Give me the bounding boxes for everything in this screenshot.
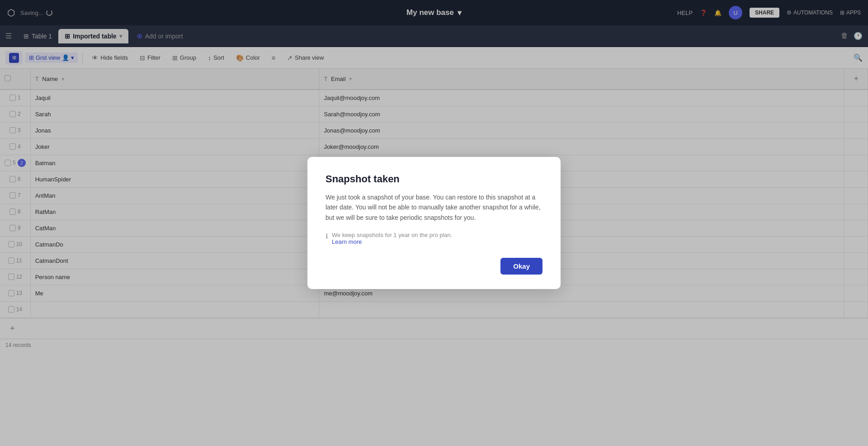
modal-info: ℹ We keep snapshots for 1 year on the pr…	[326, 232, 542, 245]
modal-body: We just took a snapshot of your base. Yo…	[326, 192, 542, 223]
info-icon: ℹ	[326, 232, 328, 240]
modal-overlay: Snapshot taken We just took a snapshot o…	[0, 0, 868, 446]
okay-button[interactable]: Okay	[500, 258, 542, 275]
modal-actions: Okay	[326, 258, 542, 275]
learn-more-link[interactable]: Learn more	[332, 238, 362, 245]
modal-info-text: We keep snapshots for 1 year on the pro …	[332, 232, 452, 238]
modal-title: Snapshot taken	[326, 173, 542, 185]
snapshot-modal: Snapshot taken We just took a snapshot o…	[307, 157, 561, 289]
